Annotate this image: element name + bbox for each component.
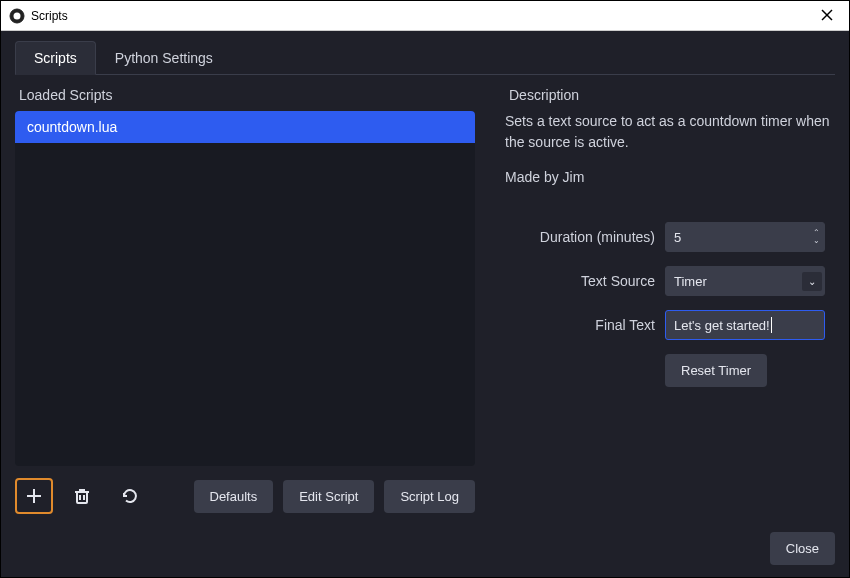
duration-label: Duration (minutes) [505, 229, 665, 245]
tab-python-settings[interactable]: Python Settings [96, 41, 232, 74]
duration-value: 5 [674, 230, 681, 245]
final-text-value: Let's get started! [674, 318, 770, 333]
chevron-down-icon: ⌄ [802, 272, 822, 291]
reset-timer-button[interactable]: Reset Timer [665, 354, 767, 387]
reset-row: Reset Timer [505, 354, 835, 387]
right-panel: Description Sets a text source to act as… [505, 87, 835, 514]
defaults-button[interactable]: Defaults [194, 480, 274, 513]
text-source-select[interactable]: Timer ⌄ [665, 266, 825, 296]
footer: Close [15, 532, 835, 565]
description-text-2: Made by Jim [505, 167, 835, 188]
window-title: Scripts [31, 9, 813, 23]
edit-script-button[interactable]: Edit Script [283, 480, 374, 513]
svg-point-1 [14, 12, 21, 19]
left-panel: Loaded Scripts countdown.lua Defaults [15, 87, 475, 514]
script-log-button[interactable]: Script Log [384, 480, 475, 513]
scripts-window: Scripts Scripts Python Settings Loaded S… [0, 0, 850, 578]
tab-scripts[interactable]: Scripts [15, 41, 96, 75]
chevron-down-icon[interactable]: ⌄ [813, 237, 820, 245]
final-text-row: Final Text Let's get started! [505, 310, 835, 340]
add-script-button[interactable] [15, 478, 53, 514]
list-item[interactable]: countdown.lua [15, 111, 475, 143]
final-text-label: Final Text [505, 317, 665, 333]
script-toolbar: Defaults Edit Script Script Log [15, 478, 475, 514]
text-source-row: Text Source Timer ⌄ [505, 266, 835, 296]
plus-icon [25, 487, 43, 505]
titlebar: Scripts [1, 1, 849, 31]
duration-spinner[interactable]: ⌃ ⌄ [813, 229, 820, 245]
scripts-listbox[interactable]: countdown.lua [15, 111, 475, 466]
main-panel: Loaded Scripts countdown.lua Defaults [15, 87, 835, 514]
description-text-1: Sets a text source to act as a countdown… [505, 111, 835, 153]
duration-input[interactable]: 5 ⌃ ⌄ [665, 222, 825, 252]
text-cursor [771, 317, 772, 333]
script-properties: Duration (minutes) 5 ⌃ ⌄ [505, 222, 835, 401]
final-text-input[interactable]: Let's get started! [665, 310, 825, 340]
trash-icon [73, 487, 91, 505]
remove-script-button[interactable] [63, 478, 101, 514]
loaded-scripts-label: Loaded Scripts [15, 87, 475, 103]
svg-rect-6 [77, 492, 87, 503]
content-area: Scripts Python Settings Loaded Scripts c… [1, 31, 849, 577]
window-close-button[interactable] [813, 5, 841, 27]
reload-icon [121, 487, 139, 505]
tab-bar: Scripts Python Settings [15, 41, 835, 75]
description-label: Description [505, 87, 835, 103]
text-source-label: Text Source [505, 273, 665, 289]
duration-row: Duration (minutes) 5 ⌃ ⌄ [505, 222, 835, 252]
app-icon [9, 8, 25, 24]
reload-script-button[interactable] [111, 478, 149, 514]
close-button[interactable]: Close [770, 532, 835, 565]
text-source-value: Timer [674, 274, 707, 289]
